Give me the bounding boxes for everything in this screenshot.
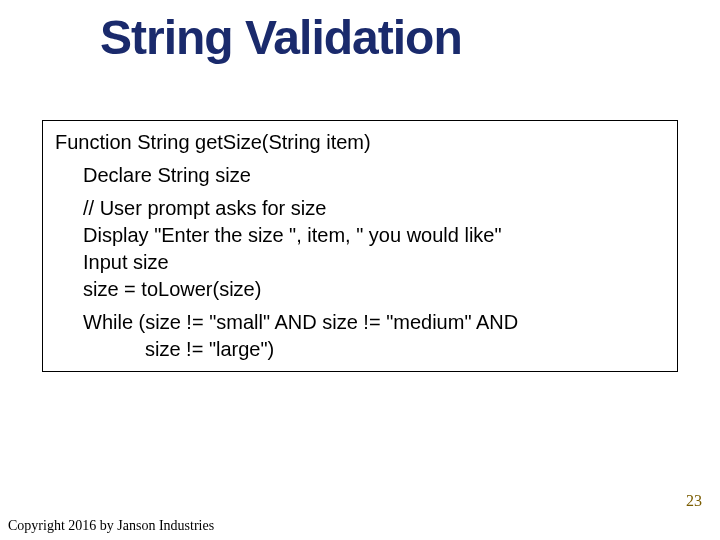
code-line: Display "Enter the size ", item, " you w…	[55, 222, 669, 249]
code-line: // User prompt asks for size	[55, 195, 669, 222]
code-box: Function String getSize(String item) Dec…	[42, 120, 678, 372]
code-line: size != "large")	[55, 336, 669, 363]
code-line: Input size	[55, 249, 669, 276]
code-line: Declare String size	[55, 162, 669, 189]
code-line: While (size != "small" AND size != "medi…	[55, 309, 669, 336]
code-line: size = toLower(size)	[55, 276, 669, 303]
slide-title: String Validation	[100, 10, 462, 65]
code-line: Function String getSize(String item)	[55, 129, 669, 156]
page-number: 23	[686, 492, 702, 510]
copyright-text: Copyright 2016 by Janson Industries	[8, 518, 214, 534]
